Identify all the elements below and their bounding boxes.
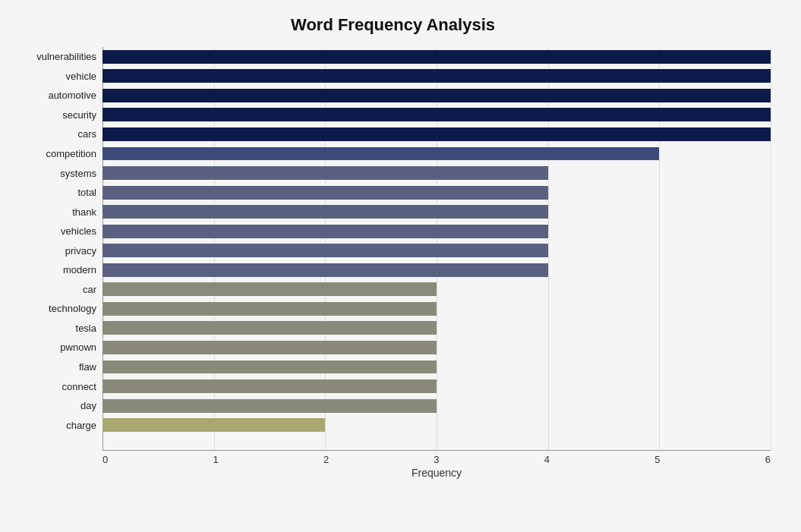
bar-fill [102,321,437,335]
bar-label: technology [15,303,102,314]
bar-fill [102,147,659,161]
bar-fill [102,302,437,316]
bar-fill [102,166,548,180]
x-tick-label: 4 [544,454,550,465]
bar-fill [102,379,437,393]
table-row: competition [15,144,771,164]
bar-fill [102,399,437,413]
bar-track [102,341,771,354]
bar-label: connect [15,381,102,392]
bar-label: vulnerabilities [15,51,102,62]
bar-label: thank [15,206,102,218]
table-row: privacy [15,241,771,260]
table-row: technology [15,299,771,319]
bar-track [102,50,771,64]
table-row: vulnerabilities [15,47,771,67]
bar-track [102,205,771,219]
bar-fill [102,263,548,277]
bar-fill [102,69,771,83]
bar-track [102,225,771,238]
bar-fill [102,418,325,432]
bar-label: modern [15,264,102,275]
bar-track [102,418,771,432]
bars-area: vulnerabilitiesvehicleautomotivesecurity… [15,47,771,435]
table-row: vehicle [15,67,771,87]
x-tick-label: 6 [765,454,771,465]
bar-label: cars [15,128,102,140]
bar-label: privacy [15,245,102,257]
bar-fill [102,360,437,374]
bar-track [102,321,771,335]
bar-label: tesla [15,323,102,334]
bar-label: vehicles [15,225,102,237]
bar-label: automotive [15,90,102,101]
table-row: vehicles [15,222,771,241]
chart-container: Word Frequency Analysis vulnerabilitiesv… [0,0,801,532]
bar-label: day [15,400,102,411]
x-axis-label: Frequency [102,467,771,479]
bar-label: vehicle [15,71,102,82]
chart-title: Word Frequency Analysis [15,15,771,35]
x-tick-label: 0 [102,454,108,465]
bar-fill [102,186,548,200]
table-row: cars [15,124,771,144]
bar-fill [102,89,771,102]
bar-track [102,360,771,374]
bar-fill [102,282,437,296]
bar-track [102,399,771,413]
bar-label: total [15,187,102,198]
bar-track [102,302,771,316]
x-tick-label: 1 [213,454,218,465]
bar-fill [102,205,548,219]
bar-fill [102,341,437,354]
bar-fill [102,50,771,64]
table-row: connect [15,376,771,396]
bar-label: flaw [15,361,102,373]
table-row: tesla [15,319,771,338]
table-row: car [15,280,771,300]
table-row: automotive [15,86,771,105]
bar-track [102,379,771,393]
x-tick-label: 5 [654,454,660,465]
bar-track [102,89,771,102]
table-row: pwnown [15,338,771,357]
bar-label: security [15,109,102,121]
bar-fill [102,225,548,238]
table-row: day [15,396,771,416]
bar-track [102,127,771,141]
x-axis: 0123456 Frequency [102,450,771,480]
bar-fill [102,244,548,257]
bar-label: car [15,284,102,295]
table-row: modern [15,260,771,280]
bar-label: systems [15,168,102,179]
bar-track [102,108,771,121]
bar-track [102,166,771,180]
x-tick-label: 3 [434,454,439,465]
table-row: security [15,105,771,125]
bar-track [102,186,771,200]
table-row: charge [15,415,771,435]
table-row: total [15,183,771,203]
bar-fill [102,108,771,121]
bar-track [102,282,771,296]
table-row: systems [15,163,771,183]
bar-label: competition [15,148,102,159]
table-row: flaw [15,357,771,377]
bar-label: charge [15,420,102,431]
bar-track [102,147,771,161]
bar-fill [102,127,771,141]
bar-label: pwnown [15,342,102,353]
table-row: thank [15,202,771,222]
gridline [771,47,771,450]
bar-track [102,244,771,257]
bar-track [102,69,771,83]
bar-track [102,263,771,277]
x-tick-label: 2 [323,454,329,465]
